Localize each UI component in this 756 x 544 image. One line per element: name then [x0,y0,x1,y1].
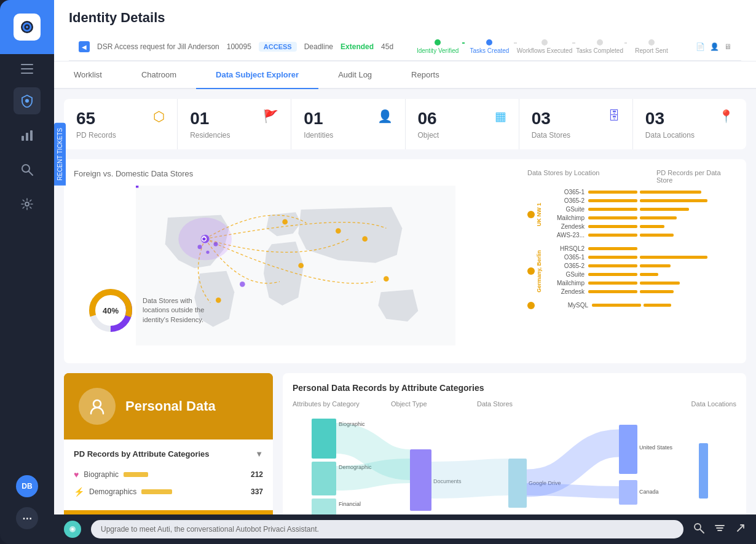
location-group-de: Germany, Berlin HRSQL2 O365-1 [527,245,736,297]
more-options[interactable]: ⋯ [16,507,38,529]
stat-identities: 01 👤 Identities [291,99,405,149]
sidebar-item-chart[interactable] [14,122,41,149]
mysql-bar-r [644,304,671,307]
tab-worklist[interactable]: Worklist [54,61,122,89]
stat-number-res: 01 [190,109,209,128]
demographics-label: Demographics [89,487,136,496]
tabs: Worklist Chatroom Data Subject Explorer … [54,61,756,89]
uk-row-1: O365-1 [545,189,736,195]
header: Identity Details ◀ DSR Access request fo… [54,0,756,61]
donut-chart: 40% [86,286,135,335]
ticket-id: 100095 [227,42,251,51]
svg-rect-5 [21,73,33,74]
shield-icon [20,94,34,108]
biographic-bar [124,472,148,477]
stat-label-obj: Object [418,131,506,140]
region-marker-mysql [527,302,546,309]
svg-rect-7 [22,136,24,141]
stat-icon-res: 🚩 [263,109,278,124]
gear-icon [20,197,34,211]
donut-desc: Data Stores with locations outside the i… [143,296,216,325]
svg-rect-18 [136,186,138,187]
svg-point-26 [240,282,245,287]
biographic-label: Biographic [84,470,119,479]
pd-dropdown-btn[interactable]: ▼ [255,449,263,459]
tab-chatroom[interactable]: Chatroom [122,61,196,89]
attr-column-headers: Attributes by Category Object Type Data … [293,400,736,408]
svg-rect-36 [312,462,336,495]
step-workflows: Workflows Executed [517,39,572,54]
ticket-icon-screen[interactable]: 🖥 [724,42,731,51]
sidebar-item-shield[interactable] [14,87,41,114]
ticket-bar: ◀ DSR Access request for Jill Anderson 1… [69,33,741,61]
stat-number-id: 01 [304,109,323,128]
sidebar-item-settings[interactable] [14,191,41,218]
content-area: 65 ⬡ PD Records 01 🚩 Residencies 01 👤 [54,89,756,514]
progress-steps: Identity Verified Tasks Created Workflow… [413,39,676,54]
svg-line-52 [700,529,704,533]
bottom-bar: Upgrade to meet Auti, the conversational… [54,514,756,544]
chart-icon [20,128,34,142]
de-label-2: O365-1 [545,254,585,261]
svg-point-28 [198,245,202,249]
chat-text: Upgrade to meet Auti, the conversational… [91,520,683,538]
mysql-bar [592,304,641,307]
filter-icon [714,522,725,534]
demographics-count: 337 [251,487,263,496]
stat-label-res: Residencies [190,131,278,140]
stat-icon-dl: 📍 [719,109,734,124]
svg-rect-46 [619,480,637,505]
filter-bottom-icon[interactable] [714,522,725,536]
attr-col1: Attributes by Category [293,400,391,408]
step-label-4: Tasks Completed [576,47,623,54]
pd-subtitle-text: PD Records by Attribute Categories [74,449,210,459]
attr-col2: Object Type [391,400,477,408]
menu-button[interactable] [0,54,54,84]
stat-data-locations: 03 📍 Data Locations [633,99,746,149]
uk-label-2: O365-2 [545,197,585,204]
de-bar-6 [588,290,637,293]
user-avatar[interactable]: DB [16,475,38,497]
location-dot-uk [527,211,535,218]
stat-header-res: 01 🚩 [190,109,278,128]
logo-icon [18,18,36,36]
svg-point-23 [298,263,304,269]
ticket-deadline-status: Extended [341,42,374,51]
location-dot-mysql [527,302,535,309]
tab-reports[interactable]: Reports [392,61,459,89]
tab-data-subject-explorer[interactable]: Data Subject Explorer [196,61,318,89]
step-circle-4 [597,39,603,45]
arrow-bottom-icon[interactable] [735,522,746,536]
uk-bar-r3 [640,208,689,211]
stat-header-dl: 03 📍 [645,109,734,128]
svg-rect-34 [312,419,336,459]
stat-icon-obj: ▦ [495,109,506,124]
step-circle-3 [541,39,548,45]
map-right: Data Stores by Location PD Records per D… [527,169,736,353]
tab-audit-log[interactable]: Audit Log [318,61,392,89]
step-circle-5 [648,39,655,45]
svg-text:Canada: Canada [639,489,659,495]
expand-ticket[interactable]: ◀ [79,41,90,52]
search-bottom-icon[interactable] [693,522,704,536]
de-row-1: HRSQL2 [545,245,736,252]
sidebar-item-search[interactable] [14,156,41,183]
uk-bar-r5 [640,225,664,228]
pd-icon [79,388,116,425]
map-section: Foreign vs. Domestic Data Stores [64,159,746,363]
svg-text:United States: United States [639,444,673,451]
bottom-panels: Personal Data PD Records by Attribute Ca… [64,373,746,514]
ticket-icon-person[interactable]: 👤 [710,42,719,51]
svg-line-11 [29,171,33,175]
ticket-icon-doc[interactable]: 📄 [696,42,705,51]
pd-header: Personal Data [64,373,273,440]
svg-rect-40 [410,449,431,511]
uk-bar-r4 [640,216,677,219]
recent-tickets-tab[interactable]: RECENT TICKETS [54,123,66,186]
search-icon [20,163,34,176]
de-bar-3 [588,264,637,267]
stat-icon-ds: 🗄 [608,109,620,123]
uk-bar-1 [588,191,637,194]
demographics-bar [141,489,172,494]
svg-rect-8 [26,133,28,141]
